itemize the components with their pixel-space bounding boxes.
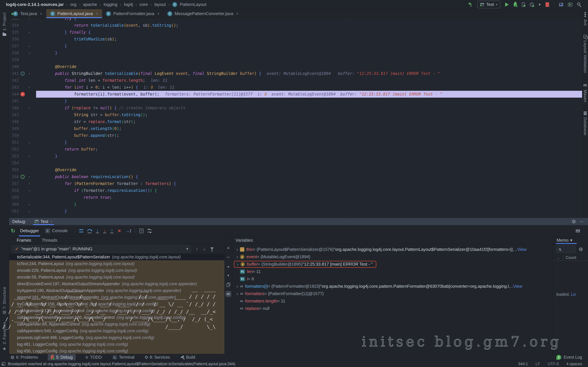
stack-frame-row[interactable]: encode:229, PatternLayout(org.apache.log…	[9, 267, 225, 274]
stack-frame-row[interactable]: callAppender0:129, AppenderControl(org.a…	[9, 307, 225, 314]
search-everywhere-icon[interactable]	[577, 2, 580, 5]
caret-position[interactable]: 344:1	[518, 362, 528, 366]
gutter[interactable]: 357▾	[9, 180, 36, 187]
breadcrumb-item[interactable]: org	[70, 2, 77, 7]
show-execution-point-icon[interactable]	[79, 229, 83, 232]
expander-icon[interactable]: ›	[234, 291, 240, 296]
tool-window-switcher-icon[interactable]	[2, 362, 5, 366]
gutter[interactable]: 343▾	[9, 84, 36, 91]
fold-marker[interactable]: ▾	[26, 18, 32, 20]
variable-row[interactable]: ›event = {MutableLogEvent@1894}	[232, 253, 552, 260]
tool-stripe-button[interactable]: Database	[583, 112, 588, 135]
tool-window-button[interactable]: Terminal	[112, 354, 135, 360]
stack-frame-row[interactable]: append:181, AbstractOutputStreamAppender…	[9, 294, 225, 301]
code-editor[interactable]: 333▾ try {334 return toSerializable(even…	[0, 18, 588, 218]
layout-settings-icon[interactable]	[148, 229, 152, 232]
editor-tab[interactable]: MessagePatternConverter.java×	[164, 9, 242, 18]
tool-window-button[interactable]: TODO	[85, 354, 103, 360]
gutter[interactable]: 347	[9, 111, 36, 118]
tool-window-button[interactable]: 6: Problems	[10, 354, 39, 360]
close-session-icon[interactable]: ×	[50, 219, 52, 224]
run-to-cursor-icon[interactable]	[125, 228, 131, 233]
breadcrumb-item[interactable]: log4j-core-2.14.1-sources.jar	[6, 2, 64, 7]
variable-row[interactable]: ›buffer = {StringBuilder@1895} "12:25:33…	[232, 260, 552, 268]
memory-tab[interactable]: Memo ▾	[552, 237, 588, 244]
editor-tab[interactable]: PatternLayout.java×	[46, 9, 102, 18]
variable-row[interactable]: len = 11	[232, 268, 552, 275]
tool-stripe-button[interactable]: Maven	[583, 82, 588, 102]
drop-frame-icon[interactable]	[118, 228, 121, 234]
gutter[interactable]: 336	[9, 36, 36, 43]
move-up-button[interactable]	[225, 263, 231, 269]
force-step-into-icon[interactable]	[103, 228, 106, 233]
preview-run-icon[interactable]	[568, 3, 572, 6]
filter-icon[interactable]	[210, 247, 214, 250]
gutter[interactable]: 333▾	[9, 18, 36, 22]
breadcrumb-item[interactable]: log4j	[124, 2, 133, 7]
stack-frame-row[interactable]: log:456, LoggerConfig(org.apache.logging…	[9, 348, 225, 354]
add-watch-button[interactable]	[225, 245, 231, 251]
gutter[interactable]: 348	[9, 118, 36, 125]
gutter[interactable]: 355	[9, 167, 36, 173]
fold-marker[interactable]: ▴	[26, 51, 32, 54]
breadcrumb-item[interactable]: PatternLayout	[180, 2, 206, 7]
gutter[interactable]: 359	[9, 194, 36, 201]
step-over-icon[interactable]	[87, 229, 92, 231]
gutter[interactable]: 350	[9, 132, 36, 139]
gutter[interactable]: 345	[9, 98, 36, 105]
frames-threads-tab[interactable]: Frames	[17, 238, 31, 243]
expander-icon[interactable]: ›	[234, 284, 240, 289]
gutter[interactable]: 335▴	[9, 29, 36, 36]
memory-search-input[interactable]	[556, 246, 576, 253]
breadcrumb-item[interactable]: logging	[104, 2, 117, 7]
rerun-icon[interactable]	[11, 228, 15, 234]
gutter[interactable]: 356↑▾	[9, 173, 36, 180]
gear-icon[interactable]	[579, 246, 583, 252]
profiler-icon[interactable]	[530, 3, 534, 7]
fold-marker[interactable]: ▴	[26, 141, 32, 144]
expander-icon[interactable]: ›	[234, 247, 240, 252]
variable-row[interactable]: formatters.length = 11	[232, 297, 552, 305]
debugger-tab[interactable]: Console	[44, 225, 69, 236]
remove-watch-button[interactable]	[225, 254, 231, 260]
fold-marker[interactable]: ▾	[26, 182, 32, 185]
load-classes-link[interactable]: Lo	[571, 292, 576, 297]
gutter[interactable]: 334	[9, 22, 36, 29]
fold-marker[interactable]: ▴	[26, 45, 32, 48]
gutter[interactable]: 358▾	[9, 187, 36, 194]
coverage-icon[interactable]	[522, 2, 525, 7]
override-marker-icon[interactable]: ↑	[21, 72, 25, 75]
gutter[interactable]: 340	[9, 63, 36, 70]
fold-marker[interactable]: ▾	[26, 86, 32, 89]
hide-icon[interactable]	[580, 219, 583, 224]
gutter[interactable]: 339	[9, 56, 36, 63]
view-link[interactable]: View	[517, 247, 527, 252]
stack-frame-row[interactable]: callAppenders:540, LoggerConfig(org.apac…	[9, 327, 225, 334]
memory-count-column[interactable]: Count	[566, 255, 576, 260]
tool-windows-icon[interactable]	[559, 3, 563, 6]
stack-frame-row[interactable]: callAppenderPreventRecursion:120, Append…	[9, 314, 225, 321]
profiler-dropdown-icon[interactable]	[539, 2, 541, 7]
editor-tab[interactable]: Test.java×	[9, 9, 46, 18]
tool-stripe-button[interactable]: 7: Structure	[2, 287, 7, 314]
debug-session-tab[interactable]: Test ×	[33, 218, 54, 225]
run-icon[interactable]	[505, 2, 509, 7]
line-ending-indicator[interactable]: LF	[536, 362, 540, 366]
gutter[interactable]: 341↑▾	[9, 70, 36, 77]
fold-marker[interactable]: ▾	[26, 72, 32, 75]
gutter[interactable]: 360▴	[9, 201, 36, 208]
tool-window-button[interactable]: 8: Services	[144, 354, 171, 360]
step-into-icon[interactable]	[96, 228, 99, 233]
stack-frame-row[interactable]: tryCallAppender:156, AppenderControl(org…	[9, 301, 225, 307]
thread-selector[interactable]: "main"@1 in group "main": RUNNING ▾	[12, 245, 191, 253]
expander-icon[interactable]: ›	[234, 254, 240, 259]
event-log[interactable]: 1Event Log	[556, 355, 582, 360]
breadcrumb-item[interactable]: apache	[83, 2, 97, 7]
gutter[interactable]: 342	[9, 77, 36, 84]
stack-frame-row[interactable]: directEncodeEvent:197, AbstractOutputStr…	[9, 281, 225, 287]
tool-stripe-button[interactable]: 1: Project	[2, 12, 7, 36]
tool-stripe-button[interactable]: 2: Favorites	[2, 322, 7, 351]
gutter[interactable]: 352	[9, 146, 36, 153]
stack-frame-row[interactable]: processLogEvent:498, LoggerConfig(org.ap…	[9, 334, 225, 341]
gutter[interactable]: 346▾	[9, 105, 36, 111]
